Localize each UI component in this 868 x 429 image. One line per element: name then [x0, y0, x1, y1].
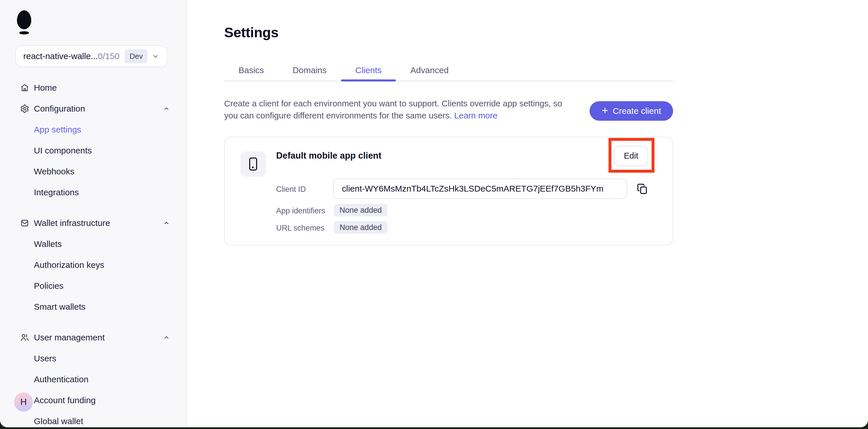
plus-icon: +: [601, 105, 608, 116]
project-usage: 0/150: [98, 51, 119, 61]
sidebar-item-label: App settings: [34, 125, 81, 134]
sidebar-item-authentication[interactable]: Authentication: [0, 369, 187, 390]
avatar-initial: H: [20, 397, 27, 407]
chevron-up-icon: [163, 219, 170, 227]
mobile-phone-icon: [246, 156, 260, 172]
create-client-button[interactable]: + Create client: [590, 101, 673, 121]
sidebar-item-label: Webhooks: [34, 167, 74, 176]
sidebar-item-wallets[interactable]: Wallets: [0, 233, 187, 254]
sidebar-item-label: Authorization keys: [34, 260, 104, 270]
tab-advanced[interactable]: Advanced: [396, 60, 463, 80]
tab-label: Basics: [239, 65, 264, 75]
sidebar-item-smart-wallets[interactable]: Smart wallets: [0, 296, 187, 317]
copy-icon[interactable]: [636, 183, 649, 196]
sidebar-item-global-wallet[interactable]: Global wallet: [0, 410, 187, 427]
sidebar-item-integrations[interactable]: Integrations: [0, 182, 187, 203]
gear-icon: [20, 104, 30, 113]
tab-label: Advanced: [410, 65, 448, 75]
sidebar-item-label: Wallet infrastructure: [34, 218, 110, 228]
sidebar-item-users[interactable]: Users: [0, 348, 187, 369]
app-window: react-native-walle... 0/150 Dev Home Con…: [0, 0, 868, 427]
sidebar-item-policies[interactable]: Policies: [0, 275, 187, 296]
sidebar-nav: Home Configuration App settings UI compo…: [0, 77, 187, 427]
client-id-input[interactable]: client-WY6MsMznTb4LTcZsHk3LSDeC5mARETG7j…: [333, 178, 627, 199]
tab-domains[interactable]: Domains: [278, 60, 341, 80]
wallet-icon: [20, 218, 30, 228]
sidebar-item-home[interactable]: Home: [0, 77, 187, 98]
users-icon: [20, 333, 30, 342]
create-client-label: Create client: [613, 106, 661, 116]
tab-clients[interactable]: Clients: [341, 60, 396, 80]
home-icon: [20, 83, 30, 93]
user-avatar[interactable]: H: [14, 393, 33, 411]
sidebar-item-label: Home: [34, 83, 57, 93]
page-title: Settings: [224, 24, 278, 40]
chevron-up-icon: [163, 105, 170, 112]
sidebar-item-label: UI components: [34, 146, 92, 156]
url-schemes-value-badge: None added: [334, 221, 388, 234]
tab-basics[interactable]: Basics: [224, 60, 278, 80]
client-card-title: Default mobile app client: [276, 151, 381, 161]
description-line-1: Create a client for each environment you…: [224, 99, 562, 108]
sidebar-item-webhooks[interactable]: Webhooks: [0, 161, 187, 182]
sidebar: react-native-walle... 0/150 Dev Home Con…: [0, 0, 187, 427]
sidebar-item-user-management[interactable]: User management: [0, 327, 187, 348]
client-card: Default mobile app client Edit Client ID…: [224, 137, 673, 245]
tab-label: Domains: [292, 65, 327, 75]
client-id-label: Client ID: [276, 185, 306, 194]
settings-tabs: Basics Domains Clients Advanced: [224, 60, 673, 81]
app-identifiers-label: App identifiers: [276, 206, 325, 216]
edit-client-button[interactable]: Edit: [614, 146, 648, 166]
sidebar-item-label: Account funding: [34, 395, 96, 405]
project-selector[interactable]: react-native-walle... 0/150 Dev: [15, 45, 168, 67]
description-line-2: you can configure different environments…: [224, 111, 452, 120]
learn-more-link[interactable]: Learn more: [454, 111, 497, 120]
app-identifiers-value-badge: None added: [334, 204, 388, 217]
sidebar-item-label: Policies: [34, 281, 63, 291]
environment-badge: Dev: [125, 49, 148, 63]
sidebar-item-ui-components[interactable]: UI components: [0, 140, 187, 161]
sidebar-item-configuration[interactable]: Configuration: [0, 98, 187, 119]
tab-label: Clients: [355, 65, 382, 75]
mobile-client-icon-box: [241, 152, 266, 177]
clients-section-header: Create a client for each environment you…: [224, 98, 673, 126]
chevron-up-icon: [163, 334, 170, 341]
chevron-down-icon: [151, 52, 160, 61]
sidebar-item-label: Global wallet: [34, 417, 83, 426]
url-schemes-label: URL schemes: [276, 224, 324, 233]
sidebar-item-label: Users: [34, 354, 56, 363]
sidebar-item-label: User management: [34, 333, 105, 342]
sidebar-item-label: Smart wallets: [34, 302, 86, 312]
sidebar-item-label: Authentication: [34, 374, 88, 384]
sidebar-item-label: Wallets: [34, 239, 62, 249]
sidebar-item-app-settings[interactable]: App settings: [0, 119, 187, 140]
sidebar-item-label: Configuration: [34, 104, 85, 113]
sidebar-item-authorization-keys[interactable]: Authorization keys: [0, 254, 187, 275]
logo-egg-shape: [17, 10, 31, 29]
brand-logo-icon: [16, 10, 33, 36]
main-content: Settings Basics Domains Clients Advanced…: [187, 0, 868, 427]
sidebar-item-wallet-infrastructure[interactable]: Wallet infrastructure: [0, 212, 187, 233]
sidebar-item-label: Integrations: [34, 188, 79, 197]
logo-base-shape: [19, 31, 29, 34]
project-name: react-native-walle...: [23, 51, 98, 61]
